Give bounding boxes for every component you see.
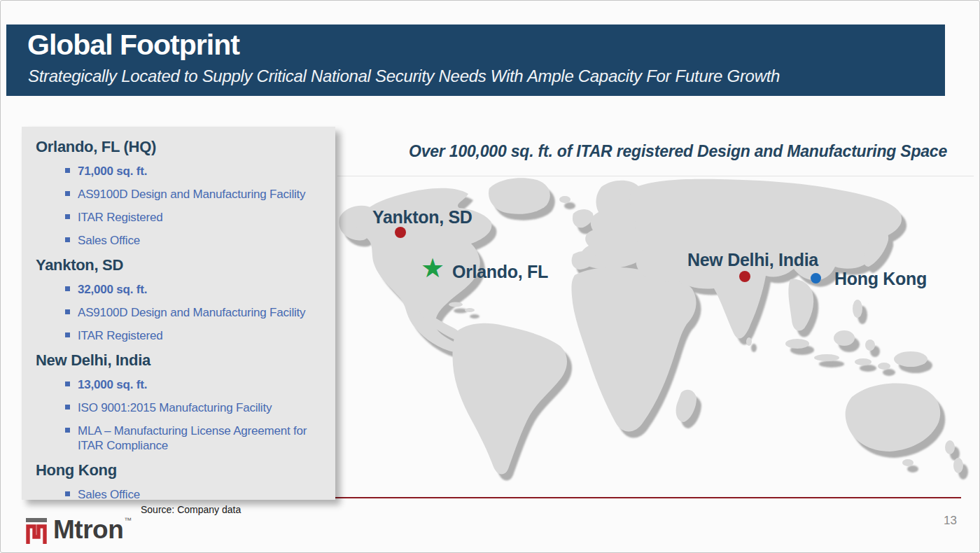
- bullet-text: ITAR Registered: [78, 210, 162, 225]
- trademark-symbol: ™: [124, 516, 132, 524]
- bullet-square-icon: [65, 332, 70, 337]
- accent-divider-line: [335, 497, 961, 498]
- bullet-item: ITAR Registered: [65, 210, 310, 225]
- bullet-square-icon: [65, 405, 70, 410]
- location-section-yankton: Yankton, SD 32,000 sq. ft. AS9100D Desig…: [36, 256, 321, 343]
- bullet-square-icon: [65, 309, 70, 314]
- bullet-square-icon: [65, 168, 70, 173]
- map-marker-star-orlando: [421, 255, 444, 281]
- page-title: Global Footprint: [27, 29, 239, 62]
- logo-wordmark: Mtron™: [53, 517, 131, 543]
- map-label-yankton: Yankton, SD: [372, 207, 472, 227]
- location-bullet-list: 32,000 sq. ft. AS9100D Design and Manufa…: [36, 282, 321, 343]
- bullet-item: ITAR Registered: [65, 328, 310, 343]
- bullet-square-icon: [65, 491, 70, 496]
- bullet-square-icon: [65, 191, 70, 196]
- map-label-new-delhi: New Delhi, India: [687, 250, 818, 270]
- bullet-item: AS9100D Design and Manufacturing Facilit…: [65, 305, 310, 320]
- source-note: Source: Company data: [141, 504, 241, 515]
- location-heading: Orlando, FL (HQ): [36, 138, 321, 155]
- location-section-hong-kong: Hong Kong Sales Office: [36, 461, 321, 500]
- bullet-text: 13,000 sq. ft.: [78, 377, 147, 392]
- bullet-item: 13,000 sq. ft.: [65, 377, 310, 392]
- bullet-text: 32,000 sq. ft.: [78, 282, 147, 297]
- bullet-text: Sales Office: [78, 233, 140, 248]
- map-label-orlando: Orlando, FL: [452, 262, 548, 282]
- slide: Global Footprint Strategically Located t…: [0, 0, 980, 553]
- bullet-square-icon: [65, 382, 70, 386]
- mtron-logo: Mtron™: [26, 517, 131, 545]
- mtron-logo-icon: [26, 517, 47, 545]
- map-frame-top-line: [337, 176, 974, 176]
- bullet-text: AS9100D Design and Manufacturing Facilit…: [78, 187, 305, 202]
- location-section-orlando: Orlando, FL (HQ) 71,000 sq. ft. AS9100D …: [36, 138, 321, 248]
- bullet-item: 71,000 sq. ft.: [65, 164, 310, 178]
- bullet-square-icon: [65, 286, 70, 291]
- bullet-square-icon: [65, 428, 70, 433]
- bullet-text: ITAR Registered: [78, 328, 162, 343]
- bullet-item: AS9100D Design and Manufacturing Facilit…: [65, 187, 310, 202]
- bullet-item: MLA – Manufacturing License Agreement fo…: [65, 424, 310, 453]
- location-heading: New Delhi, India: [36, 351, 321, 369]
- map-marker-dot-hong-kong: [811, 273, 821, 284]
- location-section-new-delhi: New Delhi, India 13,000 sq. ft. ISO 9001…: [36, 351, 321, 453]
- map-headline: Over 100,000 sq. ft. of ITAR registered …: [409, 142, 947, 161]
- page-subtitle: Strategically Located to Supply Critical…: [28, 66, 780, 86]
- location-bullet-list: 13,000 sq. ft. ISO 9001:2015 Manufacturi…: [36, 377, 321, 453]
- location-bullet-list: 71,000 sq. ft. AS9100D Design and Manufa…: [36, 164, 321, 248]
- header-band: Global Footprint Strategically Located t…: [6, 24, 945, 96]
- map-marker-dot-yankton: [395, 227, 406, 238]
- bullet-text: MLA – Manufacturing License Agreement fo…: [78, 424, 310, 453]
- bullet-item: Sales Office: [65, 233, 310, 248]
- bullet-item: Sales Office: [65, 487, 310, 500]
- map-label-hong-kong: Hong Kong: [834, 269, 927, 289]
- bullet-text: AS9100D Design and Manufacturing Facilit…: [78, 305, 305, 320]
- location-heading: Hong Kong: [36, 461, 321, 479]
- map-marker-dot-new-delhi: [739, 271, 750, 282]
- locations-panel: Orlando, FL (HQ) 71,000 sq. ft. AS9100D …: [22, 127, 335, 500]
- bullet-square-icon: [65, 214, 70, 219]
- location-bullet-list: Sales Office: [36, 487, 321, 500]
- bullet-text: Sales Office: [78, 487, 140, 500]
- page-number: 13: [925, 514, 957, 528]
- bullet-text: 71,000 sq. ft.: [78, 164, 147, 178]
- location-heading: Yankton, SD: [36, 256, 321, 274]
- bullet-item: 32,000 sq. ft.: [65, 282, 310, 297]
- bullet-item: ISO 9001:2015 Manufacturing Facility: [65, 400, 310, 415]
- bullet-square-icon: [65, 237, 70, 242]
- bullet-text: ISO 9001:2015 Manufacturing Facility: [78, 400, 272, 415]
